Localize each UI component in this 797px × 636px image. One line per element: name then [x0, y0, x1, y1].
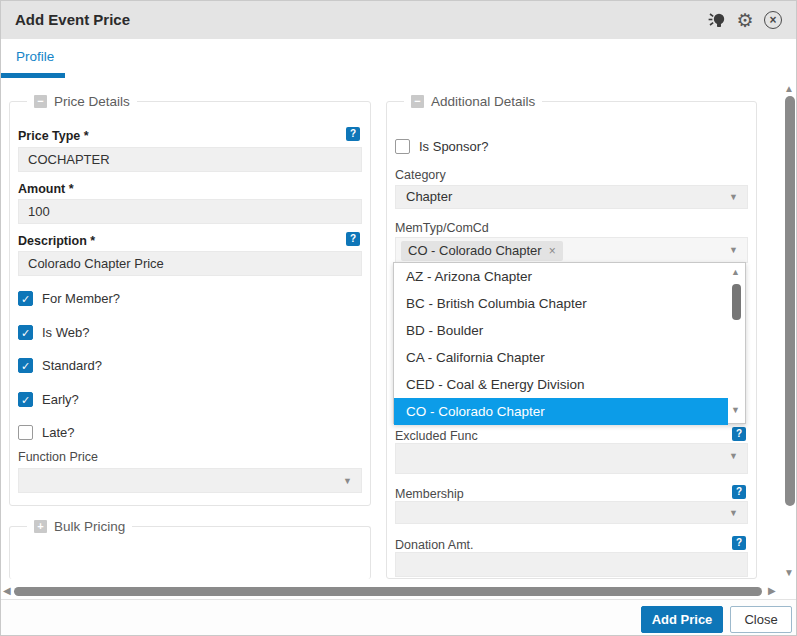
- memtyp-comcd-label: MemTyp/ComCd: [395, 221, 489, 235]
- check-icon: ✓: [21, 394, 30, 406]
- membership-select[interactable]: ▼: [395, 501, 748, 524]
- is-sponsor-label: Is Sponsor?: [419, 139, 488, 154]
- check-icon: ✓: [21, 360, 30, 372]
- remove-tag-icon[interactable]: ×: [549, 241, 556, 261]
- collapse-icon[interactable]: −: [411, 95, 424, 108]
- early-checkbox[interactable]: ✓: [18, 392, 33, 407]
- price-details-section: − Price Details Price Type * ? Amount * …: [9, 101, 371, 506]
- check-icon: ✓: [398, 141, 407, 153]
- list-item[interactable]: BC - British Columbia Chapter: [394, 290, 745, 317]
- additional-details-legend-label: Additional Details: [431, 94, 535, 109]
- price-type-field[interactable]: [18, 147, 362, 172]
- excluded-func-label: Excluded Func: [395, 429, 478, 443]
- bulk-pricing-legend: + Bulk Pricing: [27, 519, 132, 534]
- vertical-scrollbar-thumb[interactable]: [785, 96, 795, 506]
- list-item[interactable]: BD - Boulder: [394, 317, 745, 344]
- chevron-down-icon: ▼: [729, 246, 738, 255]
- dialog-header: Add Event Price ⚙ ×: [1, 1, 796, 39]
- standard-checkbox[interactable]: ✓: [18, 358, 33, 373]
- early-row: ✓ Early?: [18, 391, 79, 407]
- memtyp-comcd-dropdown-list: AZ - Arizona Chapter BC - British Columb…: [393, 262, 746, 424]
- chevron-down-icon: ▼: [343, 476, 352, 485]
- amount-label: Amount *: [18, 182, 74, 196]
- list-item[interactable]: AZ - Arizona Chapter: [394, 263, 745, 290]
- lightbulb-glyph: [707, 10, 727, 30]
- late-label: Late?: [42, 425, 75, 440]
- for-member-row: ✓ For Member?: [18, 290, 120, 306]
- description-label: Description *: [18, 234, 95, 248]
- description-field[interactable]: [18, 251, 362, 276]
- chevron-down-icon: ▼: [729, 452, 738, 461]
- price-type-help-icon[interactable]: ?: [346, 127, 360, 141]
- lightbulb-icon[interactable]: [706, 9, 728, 31]
- function-price-label: Function Price: [18, 450, 98, 464]
- description-help-icon[interactable]: ?: [346, 232, 360, 246]
- excluded-func-help-icon[interactable]: ?: [732, 427, 746, 441]
- scroll-down-icon[interactable]: ▼: [731, 405, 740, 415]
- donation-amt-label: Donation Amt.: [395, 538, 474, 552]
- category-select[interactable]: Chapter ▼: [395, 185, 748, 209]
- early-label: Early?: [42, 392, 79, 407]
- add-price-button[interactable]: Add Price: [641, 606, 723, 633]
- memtyp-comcd-multiselect[interactable]: CO - Colorado Chapter × ▼: [395, 237, 748, 263]
- membership-label: Membership: [395, 487, 464, 501]
- membership-help-icon[interactable]: ?: [732, 485, 746, 499]
- for-member-checkbox[interactable]: ✓: [18, 291, 33, 306]
- list-item[interactable]: CED - Coal & Energy Division: [394, 371, 745, 398]
- close-icon[interactable]: ×: [762, 9, 784, 31]
- donation-amt-field[interactable]: [395, 552, 748, 577]
- check-icon: ✓: [21, 427, 30, 439]
- dropdown-scrollbar[interactable]: ▲ ▼: [728, 263, 745, 423]
- is-sponsor-row: ✓ Is Sponsor?: [395, 138, 488, 154]
- selected-tag: CO - Colorado Chapter ×: [401, 241, 563, 261]
- category-value: Chapter: [406, 186, 452, 208]
- excluded-func-select[interactable]: ▼: [395, 443, 748, 474]
- dialog-footer: Add Price Close: [1, 599, 796, 636]
- donation-amt-help-icon[interactable]: ?: [732, 536, 746, 550]
- category-label: Category: [395, 168, 446, 182]
- horizontal-scrollbar-thumb[interactable]: [14, 587, 762, 596]
- is-sponsor-checkbox[interactable]: ✓: [395, 139, 410, 154]
- additional-details-legend: − Additional Details: [404, 94, 542, 109]
- scroll-up-icon[interactable]: ▲: [784, 83, 794, 94]
- function-price-select[interactable]: ▼: [18, 468, 362, 493]
- tab-profile-active-indicator: [1, 73, 65, 78]
- late-checkbox[interactable]: ✓: [18, 425, 33, 440]
- is-web-row: ✓ Is Web?: [18, 324, 89, 340]
- bulk-pricing-legend-label: Bulk Pricing: [54, 519, 125, 534]
- bulk-pricing-section: + Bulk Pricing: [9, 526, 371, 579]
- check-icon: ✓: [21, 293, 30, 305]
- dropdown-scrollbar-thumb[interactable]: [732, 284, 741, 320]
- selected-tag-label: CO - Colorado Chapter: [408, 241, 542, 261]
- price-details-legend-label: Price Details: [54, 94, 130, 109]
- expand-icon[interactable]: +: [34, 520, 47, 533]
- scroll-down-icon[interactable]: ▼: [784, 567, 794, 578]
- for-member-label: For Member?: [42, 291, 120, 306]
- page-title: Add Event Price: [15, 1, 130, 39]
- tab-profile[interactable]: Profile: [16, 49, 54, 64]
- standard-label: Standard?: [42, 358, 102, 373]
- amount-field[interactable]: [18, 199, 362, 224]
- price-type-label: Price Type *: [18, 129, 89, 143]
- collapse-icon[interactable]: −: [34, 95, 47, 108]
- chevron-down-icon: ▼: [729, 508, 738, 517]
- close-button[interactable]: Close: [730, 606, 792, 633]
- late-row: ✓ Late?: [18, 424, 75, 440]
- scroll-up-icon[interactable]: ▲: [731, 267, 740, 277]
- scroll-left-icon[interactable]: ◀: [3, 585, 11, 596]
- chevron-down-icon: ▼: [729, 193, 738, 202]
- check-icon: ✓: [21, 327, 30, 339]
- list-item[interactable]: CO - Colorado Chapter: [394, 398, 728, 425]
- scroll-right-icon[interactable]: ▶: [768, 585, 776, 596]
- standard-row: ✓ Standard?: [18, 357, 102, 373]
- gear-icon[interactable]: ⚙: [734, 9, 756, 31]
- is-web-checkbox[interactable]: ✓: [18, 325, 33, 340]
- price-details-legend: − Price Details: [27, 94, 137, 109]
- header-actions: ⚙ ×: [706, 1, 784, 39]
- is-web-label: Is Web?: [42, 325, 89, 340]
- add-event-price-dialog: Add Event Price ⚙ × Profile − Price Deta…: [0, 0, 797, 636]
- list-item[interactable]: CA - California Chapter: [394, 344, 745, 371]
